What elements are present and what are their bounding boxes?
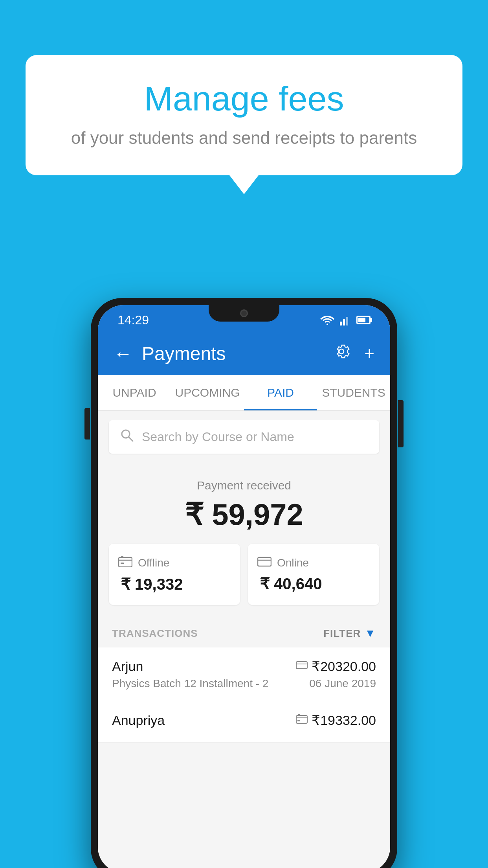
search-icon [120,428,134,446]
transactions-label: TRANSACTIONS [112,627,198,640]
transaction-amount: ₹20320.00 [312,658,376,674]
online-amount: ₹ 40,640 [257,575,370,593]
tab-upcoming[interactable]: UPCOMING [171,375,244,410]
online-icon [257,555,272,570]
payment-label: Payment received [109,479,379,492]
tab-students[interactable]: STUDENTS [317,375,390,410]
offline-amount: ₹ 19,332 [118,575,231,593]
transaction-row-top: Anupriya ₹19332.00 [112,712,376,728]
transaction-row-bottom: Physics Batch 12 Installment - 2 06 June… [112,677,376,690]
svg-line-5 [129,437,133,441]
svg-point-0 [327,324,328,325]
payment-cards: Offline ₹ 19,332 Online [109,544,379,605]
transaction-amount: ₹19332.00 [312,712,376,728]
wifi-icon [320,315,334,325]
phone-frame: 14:29 [91,298,397,868]
online-card: Online ₹ 40,640 [248,544,379,605]
filter-label: FILTER [323,627,361,640]
online-label: Online [277,557,309,569]
back-button[interactable]: ← [114,343,132,364]
offline-label: Offline [138,557,169,569]
tabs-bar: UNPAID UPCOMING PAID STUDENTS [98,375,390,411]
svg-rect-13 [296,715,307,723]
search-container: Search by Course or Name [98,411,390,463]
svg-rect-6 [119,557,132,567]
offline-card: Offline ₹ 19,332 [109,544,240,605]
header-title: Payments [142,343,333,364]
tab-paid[interactable]: PAID [244,375,317,410]
filter-icon: ▼ [365,627,376,640]
transaction-amount-wrap: ₹19332.00 [296,712,376,728]
payment-section: Payment received ₹ 59,972 [98,463,390,616]
phone-screen: 14:29 [98,305,390,868]
svg-rect-11 [296,662,307,669]
search-input[interactable]: Search by Course or Name [142,430,294,444]
header-actions: + [333,343,374,364]
search-bar[interactable]: Search by Course or Name [109,420,379,454]
transaction-row-top: Arjun ₹20320.00 [112,658,376,674]
svg-rect-15 [297,720,300,721]
transactions-header: TRANSACTIONS FILTER ▼ [98,616,390,647]
transaction-date: 06 June 2019 [309,677,376,690]
status-icons [320,314,371,326]
app-header: ← Payments + [98,332,390,375]
bubble-title: Manage fees [57,79,431,119]
svg-rect-3 [346,317,348,326]
payment-total: ₹ 59,972 [109,497,379,532]
offline-icon [118,555,132,570]
transaction-row[interactable]: Arjun ₹20320.00 Physics Batch 12 Install… [98,647,390,701]
online-card-header: Online [257,555,370,570]
bubble-subtitle: of your students and send receipts to pa… [57,128,431,148]
transaction-row[interactable]: Anupriya ₹19332.00 [98,701,390,743]
offline-card-header: Offline [118,555,231,570]
svg-rect-9 [258,557,271,566]
plus-button[interactable]: + [364,344,374,363]
transaction-amount-wrap: ₹20320.00 [296,658,376,674]
svg-rect-2 [343,319,345,326]
offline-payment-icon [296,714,308,727]
phone-notch [209,305,279,322]
transaction-name: Anupriya [112,713,165,728]
filter-button[interactable]: FILTER ▼ [323,627,376,640]
battery-icon [356,316,371,324]
phone-outer: 14:29 [91,298,397,868]
camera [240,309,248,317]
gear-button[interactable] [333,343,350,364]
tab-unpaid[interactable]: UNPAID [98,375,171,410]
transaction-course: Physics Batch 12 Installment - 2 [112,677,268,690]
status-time: 14:29 [117,313,149,327]
transaction-name: Arjun [112,659,143,674]
svg-rect-8 [121,563,124,564]
signal-icon [340,314,351,326]
svg-rect-1 [340,322,342,326]
gear-icon [333,343,350,360]
speech-bubble-container: Manage fees of your students and send re… [26,55,462,175]
online-payment-icon [296,660,308,673]
speech-bubble: Manage fees of your students and send re… [26,55,462,175]
